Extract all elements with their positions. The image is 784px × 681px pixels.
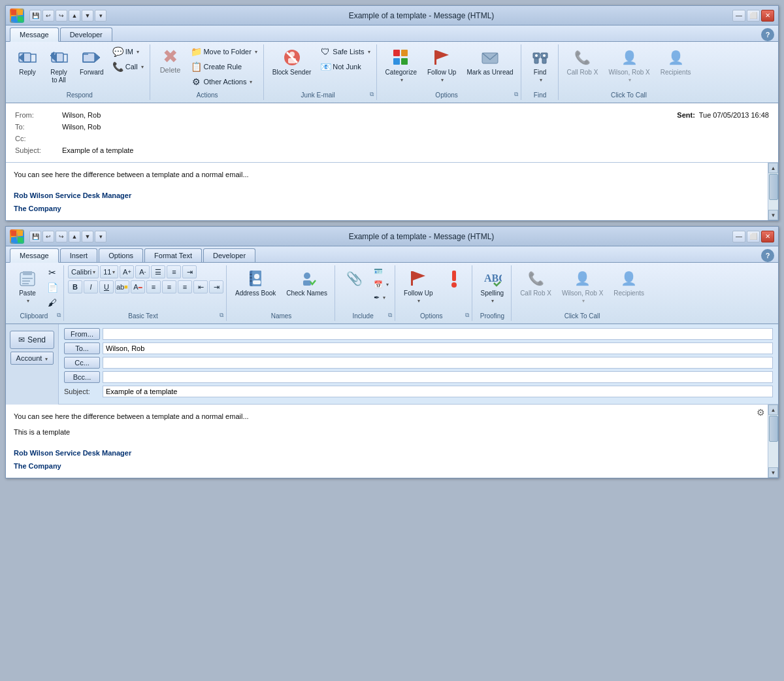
wilson-button[interactable]: 👤 Wilson, Rob X ▾ (604, 44, 654, 86)
indent-more-btn[interactable]: ⇥ (209, 280, 223, 293)
include-expand[interactable]: ⧉ (388, 312, 392, 319)
reply-all-button[interactable]: Replyto All (44, 44, 74, 87)
tab-format-2[interactable]: Format Text (144, 248, 202, 262)
font-color-btn[interactable]: A▬ (131, 280, 145, 293)
undo-btn-2[interactable]: ↩ (42, 231, 54, 242)
font-size-dropdown[interactable]: 11 ▾ (100, 265, 118, 278)
close-btn-2[interactable]: ✕ (761, 231, 774, 242)
scroll-track-2[interactable] (768, 415, 778, 467)
bcc-button[interactable]: Bcc... (64, 371, 100, 383)
tab-insert-2[interactable]: Insert (60, 248, 98, 262)
address-book-button[interactable]: Address Book (231, 265, 280, 300)
create-rule-button[interactable]: 📋 Create Rule (188, 59, 260, 74)
body-options-icon[interactable]: ⚙ (757, 407, 765, 418)
more-btn[interactable]: ▾ (95, 10, 106, 22)
recipients-button[interactable]: 👤 Recipients (656, 44, 696, 79)
num-list-btn[interactable]: ≡ (167, 265, 181, 278)
underline-btn[interactable]: U (99, 280, 114, 293)
close-btn-1[interactable]: ✕ (761, 10, 774, 22)
restore-btn-1[interactable]: ⬜ (747, 10, 760, 22)
scroll-down-2[interactable]: ▼ (768, 467, 778, 478)
save-btn-2[interactable]: 💾 (29, 231, 41, 242)
forward-button[interactable]: Forward (75, 44, 108, 79)
tab-options-2[interactable]: Options (99, 248, 143, 262)
options-expand-icon[interactable]: ⧉ (514, 91, 518, 98)
help-btn-1[interactable]: ? (761, 28, 774, 41)
bold-btn[interactable]: B (68, 280, 82, 293)
scroll-up-1[interactable]: ▲ (768, 163, 778, 173)
italic-btn[interactable]: I (84, 280, 98, 293)
paste-button[interactable]: Paste ▾ (12, 265, 42, 307)
attach-button[interactable]: 📎 (339, 265, 369, 292)
down-btn-2[interactable]: ▼ (82, 231, 93, 242)
spelling-button[interactable]: ABC Spelling ▾ (476, 265, 509, 307)
call-rob-button[interactable]: 📞 Call Rob X (563, 44, 603, 79)
clipboard-expand[interactable]: ⧉ (57, 312, 61, 319)
from-button[interactable]: From... (64, 328, 100, 340)
highlight-btn[interactable]: ab◼ (115, 280, 129, 293)
move-folder-button[interactable]: 📁 Move to Folder ▾ (188, 44, 260, 59)
tab-developer-1[interactable]: Developer (60, 27, 112, 41)
scrollbar-1[interactable]: ▲ ▼ (768, 163, 778, 220)
align-right-btn[interactable]: ≡ (178, 280, 192, 293)
indent-btn[interactable]: ⇥ (182, 265, 197, 278)
delete-button[interactable]: ✖ Delete (154, 44, 187, 77)
cc-input[interactable] (103, 357, 773, 369)
reply-button[interactable]: Reply (12, 44, 42, 79)
down-btn[interactable]: ▼ (82, 10, 93, 22)
calendar-btn[interactable]: 📅 ▾ (370, 278, 392, 291)
redo-btn-2[interactable]: ↪ (56, 231, 67, 242)
bullet-list-btn[interactable]: ☰ (151, 265, 165, 278)
font-shrink-btn[interactable]: A- (135, 265, 150, 278)
follow-up-button[interactable]: Follow Up ▾ (423, 44, 461, 86)
tab-message-2[interactable]: Message (10, 248, 59, 263)
junk-expand-icon[interactable]: ⧉ (370, 91, 374, 98)
mark-unread-button[interactable]: Mark as Unread (462, 44, 517, 79)
check-names-button[interactable]: Check Names (282, 265, 332, 300)
scroll-thumb-1[interactable] (769, 174, 778, 200)
basic-text-expand[interactable]: ⧉ (220, 312, 223, 319)
compose-body[interactable]: You can see here the difference between … (6, 405, 768, 478)
find-button[interactable]: Find ▾ (525, 44, 555, 86)
up-btn-2[interactable]: ▲ (69, 231, 80, 242)
undo-btn[interactable]: ↩ (42, 10, 54, 22)
wilson-btn-2[interactable]: 👤 Wilson, Rob X ▾ (557, 265, 608, 307)
font-grow-btn[interactable]: A+ (120, 265, 134, 278)
more-btn-2[interactable]: ▾ (95, 231, 106, 242)
categorize-button[interactable]: Categorize ▾ (381, 44, 421, 86)
other-actions-button[interactable]: ⚙ Other Actions ▾ (188, 75, 260, 89)
from-input[interactable] (103, 328, 773, 340)
business-card-btn[interactable]: 🪪 (370, 265, 392, 278)
safe-lists-button[interactable]: 🛡 Safe Lists ▾ (317, 44, 373, 59)
minimize-btn-2[interactable]: — (732, 231, 745, 242)
follow-up-btn-2[interactable]: Follow Up ▾ (399, 265, 437, 307)
cut-button[interactable]: ✂ (44, 265, 61, 280)
restore-btn-2[interactable]: ⬜ (747, 231, 760, 242)
redo-btn[interactable]: ↪ (56, 10, 67, 22)
send-button[interactable]: ✉ Send (10, 331, 54, 349)
recipients-btn-2[interactable]: 👤 Recipients (609, 265, 649, 300)
help-btn-2[interactable]: ? (761, 249, 774, 262)
format-paint-button[interactable]: 🖌 (44, 295, 61, 310)
signature-btn[interactable]: ✒ ▾ (370, 291, 392, 304)
align-center-btn[interactable]: ≡ (162, 280, 176, 293)
tab-message-1[interactable]: Message (10, 27, 59, 42)
im-button[interactable]: 💬 IM ▾ (110, 44, 147, 59)
options-expand-2[interactable]: ⧉ (465, 312, 469, 319)
tab-developer-2[interactable]: Developer (203, 248, 255, 262)
scroll-thumb-2[interactable] (769, 416, 778, 442)
subject-input[interactable] (103, 386, 773, 397)
block-sender-button[interactable]: Block Sender (268, 44, 316, 79)
align-left-btn[interactable]: ≡ (146, 280, 161, 293)
copy-button[interactable]: 📄 (44, 280, 61, 295)
to-button[interactable]: To... (64, 342, 100, 354)
indent-less-btn[interactable]: ⇤ (193, 280, 208, 293)
minimize-btn-1[interactable]: — (732, 10, 745, 22)
importance-high-btn[interactable] (439, 265, 469, 292)
bcc-input[interactable] (103, 371, 773, 383)
scroll-track-1[interactable] (768, 173, 778, 210)
call-btn-2[interactable]: 📞 Call Rob X (515, 265, 556, 300)
not-junk-button[interactable]: 📧 Not Junk (317, 59, 373, 74)
font-name-dropdown[interactable]: Calibri ▾ (68, 265, 99, 278)
scroll-down-1[interactable]: ▼ (768, 210, 778, 220)
